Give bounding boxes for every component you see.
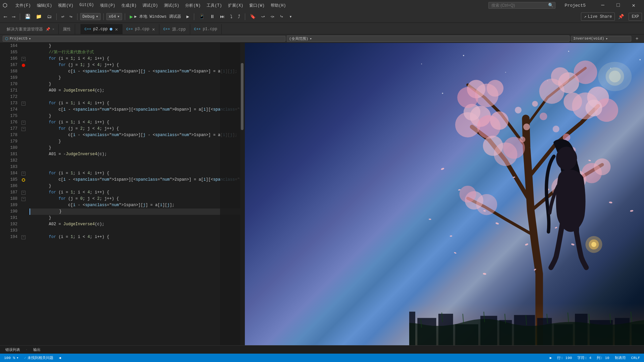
menu-build[interactable]: 生成(B): [119, 1, 140, 10]
menu-file[interactable]: 文件(F): [13, 1, 34, 10]
function-dropdown-label: Inverse4(void): [573, 37, 604, 41]
menu-debug[interactable]: 调试(D): [140, 1, 161, 10]
zoom-label: 100 %: [4, 356, 15, 360]
toolbar-nav3-btn[interactable]: ⤷: [278, 12, 286, 21]
debug-mode-dropdown[interactable]: Debug ▾: [80, 13, 101, 20]
toolbar-bookmark-btn[interactable]: 🔖: [248, 12, 258, 21]
code-line-168: c[i - <span class="num">1span>][j - <spa…: [30, 68, 242, 75]
file-tab-p2cpp[interactable]: C++ p2.cpp ✕: [80, 24, 122, 34]
toolbar-save-btn[interactable]: 💾: [23, 12, 33, 21]
toolbar-save-all-btn[interactable]: 🗂: [45, 13, 54, 21]
sidebar-panel-tab[interactable]: 解决方案资源管理器 📌 ✕: [3, 24, 59, 34]
file-tab-p3cpp[interactable]: C++ p3.cpp ✕: [122, 24, 159, 34]
status-row[interactable]: 行: 190: [556, 355, 573, 360]
menu-extensions[interactable]: 扩展(X): [225, 1, 246, 10]
background-image-area: [245, 43, 644, 345]
search-input[interactable]: [488, 2, 555, 9]
fold-icon-173[interactable]: −: [21, 102, 25, 106]
toolbar-step-over-btn[interactable]: ⏭: [218, 13, 227, 21]
menu-test[interactable]: 测试(S): [161, 1, 182, 10]
code-line-190: }: [30, 208, 242, 215]
file-tab-sourcecpp[interactable]: C++ 源.cpp: [159, 24, 190, 34]
bg-gradient: [245, 43, 644, 345]
status-encoding[interactable]: CRLF: [630, 356, 641, 360]
status-col[interactable]: 列: 10: [595, 355, 610, 360]
close-button[interactable]: ✕: [626, 0, 641, 11]
code-line-192: A02 = JudgeInverse4(c);: [30, 221, 242, 228]
toolbar-sep-6: [194, 13, 194, 20]
p2cpp-label: p2.cpp: [93, 27, 108, 32]
code-line-185: c[i - <span class="num">1span>][<span cl…: [30, 177, 242, 183]
code-line-173: for (i = 1; i < 4; i++) {: [30, 100, 242, 107]
toolbar-nav-btn[interactable]: ⤻: [259, 12, 267, 21]
live-share-button[interactable]: ↗ Live Share: [581, 12, 615, 21]
code-line-179: }: [30, 138, 242, 145]
toolbar-back-btn[interactable]: ⟵: [2, 12, 9, 21]
scope-dropdown[interactable]: (全局范围) ▾: [287, 36, 570, 42]
menu-view[interactable]: 视图(V): [55, 1, 76, 10]
p2cpp-close-icon[interactable]: ✕: [115, 26, 118, 32]
run-button[interactable]: ▶ ▶ 本地 Windows 调试器: [128, 12, 183, 21]
exp-button[interactable]: EXP: [629, 13, 642, 21]
status-tab[interactable]: 制表符: [613, 355, 627, 360]
code-line-167: for (j = 1; j < 4; j++) {: [30, 62, 242, 68]
menu-window[interactable]: 窗口(W): [247, 1, 267, 10]
toolbar-nav4-btn[interactable]: ▾: [287, 12, 294, 21]
toolbar-forward-btn[interactable]: ⟶: [10, 12, 17, 21]
toolbar-pin-btn[interactable]: 📌: [616, 12, 626, 21]
p3cpp-close-icon[interactable]: ✕: [152, 26, 155, 32]
scrollbar-thumb[interactable]: [241, 63, 244, 130]
menu-analyze[interactable]: 分析(N): [182, 1, 203, 10]
fold-icon-187[interactable]: −: [21, 191, 25, 195]
zoom-chevron: ▾: [16, 356, 19, 360]
code-editor[interactable]: 1641651661671681691701711721731741751761…: [0, 43, 245, 345]
code-line-176: for (i = 1; i < 4; i++) {: [30, 119, 242, 126]
sidebar-close-icon[interactable]: ✕: [52, 27, 54, 31]
fold-icon-184[interactable]: −: [21, 172, 25, 176]
fold-icon-166[interactable]: −: [21, 57, 25, 61]
status-issues[interactable]: ✓ 未找到相关问题: [23, 355, 55, 360]
toolbar-open-btn[interactable]: 📁: [34, 12, 44, 21]
conditional-breakpoint-185[interactable]: [22, 178, 25, 182]
output-tab[interactable]: 输出: [31, 347, 43, 353]
main-area: 1641651661671681691701711721731741751761…: [0, 43, 644, 345]
menu-git[interactable]: Git(G): [77, 1, 97, 10]
code-line-189: c[i - <span class="num">1span>][j] = a[i…: [30, 202, 242, 208]
toolbar-device-btn[interactable]: 📱: [197, 12, 207, 21]
titlebar: ⬡ 文件(F) 编辑(E) 视图(V) Git(G) 项目(P) 生成(B) 调…: [0, 0, 644, 11]
function-dropdown[interactable]: Inverse4(void) ▾: [571, 36, 631, 42]
project-dropdown[interactable]: ⬡ Project5 ▾: [3, 36, 285, 42]
fold-icon-188[interactable]: −: [21, 197, 25, 201]
status-scroll-right[interactable]: ▶: [548, 356, 553, 360]
menu-edit[interactable]: 编辑(E): [34, 1, 55, 10]
toolbar-undo-btn[interactable]: ↩: [59, 12, 66, 21]
file-tab-p1cpp[interactable]: C++ p1.cpp: [190, 24, 222, 34]
menu-tools[interactable]: 工具(T): [204, 1, 225, 10]
properties-tab[interactable]: 属性: [59, 24, 75, 34]
toolbar-run-next-btn[interactable]: ▶: [184, 12, 191, 21]
subbar-add-btn[interactable]: ＋: [633, 35, 641, 42]
minimize-button[interactable]: ─: [595, 0, 610, 11]
toolbar-redo-btn[interactable]: ↪: [67, 12, 74, 21]
breakpoint-167[interactable]: [22, 64, 25, 67]
code-line-193: [30, 228, 242, 234]
line-numbers: 1641651661671681691701711721731741751761…: [0, 43, 20, 240]
menu-project[interactable]: 项目(P): [97, 1, 118, 10]
toolbar-breakpoint-btn[interactable]: ⏸: [208, 13, 217, 21]
maximize-button[interactable]: □: [610, 0, 626, 11]
toolbar-step-into-btn[interactable]: ⤵: [228, 13, 234, 21]
platform-dropdown[interactable]: x64 ▾: [106, 13, 122, 20]
toolbar: ⟵ ⟶ 💾 📁 🗂 ↩ ↪ Debug ▾ x64 ▾ ▶ ▶ 本地 Windo…: [0, 11, 644, 23]
fold-icon-176[interactable]: −: [21, 121, 25, 125]
status-scroll-left[interactable]: ◀: [57, 356, 62, 360]
menu-help[interactable]: 帮助(H): [268, 1, 289, 10]
error-list-tab[interactable]: 错误列表: [3, 347, 23, 353]
status-zoom[interactable]: 100 % ▾: [3, 356, 20, 360]
fold-icon-177[interactable]: −: [21, 127, 25, 131]
fold-icon-194[interactable]: −: [21, 235, 25, 239]
status-bar: 100 % ▾ ✓ 未找到相关问题 ◀ ▶ 行: 190 字符: 4 列: 10…: [0, 354, 644, 362]
toolbar-step-out-btn[interactable]: ⤴: [236, 13, 242, 21]
vertical-scrollbar[interactable]: [240, 43, 245, 345]
toolbar-nav-fwd-btn[interactable]: ⤼: [268, 12, 276, 21]
status-char[interactable]: 字符: 4: [576, 355, 593, 360]
